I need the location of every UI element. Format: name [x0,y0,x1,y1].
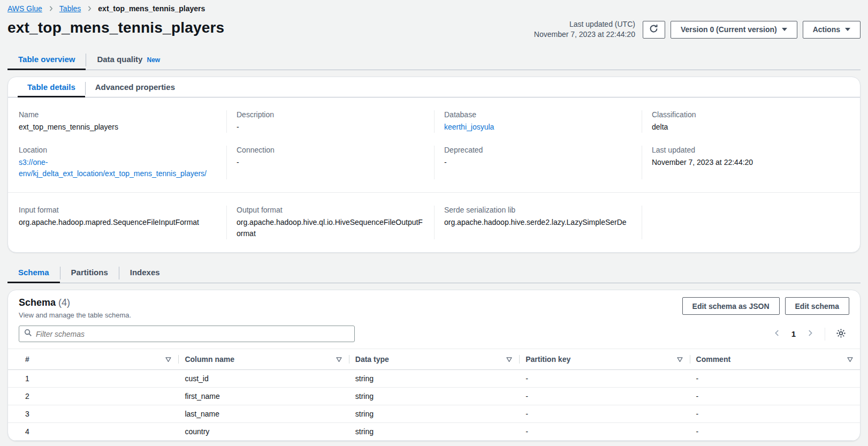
tab-label: Partitions [71,268,108,277]
field-value: org.apache.hadoop.mapred.SequenceFileInp… [19,217,216,228]
breadcrumb-link-tables[interactable]: Tables [59,4,81,13]
filter-schemas-input[interactable] [36,330,349,338]
field-label: Classification [652,110,839,119]
field-output-format: Output format org.apache.hadoop.hive.ql.… [226,206,434,239]
gear-icon [836,328,846,340]
caret-down-icon [782,28,787,31]
details-fields: Name ext_top_mens_tennis_players Descrip… [8,97,860,192]
tab-data-quality[interactable]: Data quality New [86,50,171,70]
cell-data-type: string [349,388,519,405]
schema-tabs: Schema Partitions Indexes [7,263,861,283]
column-header-comment[interactable]: Comment [690,349,860,370]
next-page-button[interactable] [803,327,817,341]
tab-advanced-properties[interactable]: Advanced properties [86,79,185,97]
column-header-index[interactable]: # [8,349,178,370]
field-value: November 7, 2023 at 22:44:20 [652,157,839,168]
version-dropdown-label: Version 0 (Current version) [681,25,777,34]
tab-label: Data quality [97,55,142,64]
last-updated: Last updated (UTC) November 7, 2023 at 2… [534,19,635,40]
refresh-button[interactable] [643,21,665,39]
field-label: Output format [237,206,423,214]
cell-index: 2 [8,388,178,405]
preferences-button[interactable] [833,326,849,342]
field-name: Name ext_top_mens_tennis_players [19,110,226,133]
chevron-right-icon [86,5,93,12]
schema-count: (4) [58,297,70,308]
tab-label: Indexes [130,268,160,277]
column-header-label: Data type [355,355,389,364]
cell-partition-key: - [519,370,689,388]
field-label: Connection [237,146,423,154]
pager-divider [825,328,825,341]
database-link[interactable]: keerthi_josyula [444,122,631,133]
last-updated-label: Last updated (UTC) [534,19,635,29]
table-row: 1 cust_id string - - [8,370,860,388]
button-label: Edit schema as JSON [692,302,770,311]
cell-comment: - [690,405,860,423]
table-row: 2 first_name string - - [8,388,860,405]
filter-schemas-box [19,326,355,342]
column-filter-icon[interactable] [847,356,854,363]
previous-page-button[interactable] [770,327,784,341]
version-dropdown[interactable]: Version 0 (Current version) [671,21,797,39]
field-value: - [444,157,631,168]
tab-schema[interactable]: Schema [7,263,60,283]
page-header: ext_top_mens_tennis_players Last updated… [7,19,861,40]
tab-table-details[interactable]: Table details [18,79,85,97]
field-label: Input format [19,206,216,214]
field-empty [642,206,849,239]
button-label: Edit schema [795,302,839,311]
edit-schema-json-button[interactable]: Edit schema as JSON [682,297,780,315]
field-location: Location s3://one-env/kj_delta_ext_locat… [19,146,226,179]
page: AWS Glue Tables ext_top_mens_tennis_play… [0,0,868,441]
cell-comment: - [690,423,860,441]
cell-comment: - [690,370,860,388]
header-actions: Last updated (UTC) November 7, 2023 at 2… [534,19,861,40]
location-link[interactable]: s3://one-env/kj_delta_ext_location/ext_t… [19,157,216,179]
refresh-icon [649,24,658,35]
cell-column-name: last_name [178,405,348,423]
column-header-label: Partition key [526,355,570,364]
breadcrumb-link-aws-glue[interactable]: AWS Glue [7,4,42,13]
schema-heading: Schema (4) [19,297,131,308]
column-filter-icon[interactable] [165,356,172,363]
field-value: org.apache.hadoop.hive.serde2.lazy.LazyS… [444,217,631,228]
column-filter-icon[interactable] [336,356,342,363]
field-serde-lib: Serde serialization lib org.apache.hadoo… [434,206,642,239]
breadcrumb: AWS Glue Tables ext_top_mens_tennis_play… [7,4,861,13]
column-header-label: Column name [185,355,234,364]
field-label: Serde serialization lib [444,206,631,214]
table-row: 3 last_name string - - [8,405,860,423]
page-number[interactable]: 1 [787,329,800,338]
field-value: - [237,122,423,133]
tab-table-overview[interactable]: Table overview [7,50,86,70]
schema-card: Schema (4) View and manage the table sch… [7,290,861,441]
column-header-data-type[interactable]: Data type [349,349,519,370]
tab-partitions[interactable]: Partitions [60,263,119,283]
actions-dropdown-label: Actions [813,25,840,34]
column-header-column-name[interactable]: Column name [178,349,348,370]
field-value: ext_top_mens_tennis_players [19,122,216,133]
details-tabs: Table details Advanced properties [8,77,860,97]
field-label: Location [19,146,216,154]
column-header-label: Comment [696,355,731,364]
main-tabs: Table overview Data quality New [7,50,861,70]
schema-table: # Column name Data type [8,349,860,441]
tab-label: Table details [27,82,75,92]
field-database: Database keerthi_josyula [434,110,642,133]
tab-indexes[interactable]: Indexes [119,263,171,283]
schema-actions: Edit schema as JSON Edit schema [682,297,849,315]
edit-schema-button[interactable]: Edit schema [785,297,849,315]
column-filter-icon[interactable] [676,356,683,363]
cell-partition-key: - [519,388,689,405]
cell-column-name: cust_id [178,370,348,388]
cell-column-name: first_name [178,388,348,405]
actions-dropdown[interactable]: Actions [803,21,861,39]
column-filter-icon[interactable] [506,356,513,363]
angle-left-icon [773,329,781,338]
field-label: Name [19,110,216,119]
cell-comment: - [690,388,860,405]
field-deprecated: Deprecated - [434,146,642,179]
column-header-partition-key[interactable]: Partition key [519,349,689,370]
field-description: Description - [226,110,434,133]
